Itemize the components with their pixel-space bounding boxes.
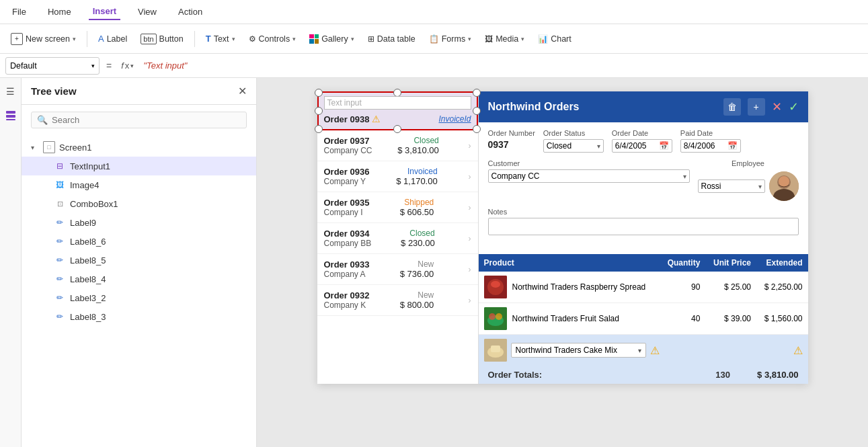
handle-tl[interactable] [315,89,323,97]
controls-icon: ⚙ [249,34,256,44]
handle-br[interactable] [473,125,481,133]
fields-row-1: Order Number 0937 Order Status Closed ▾ … [488,129,799,153]
forms-button[interactable]: 📋 Forms ▾ [424,32,477,46]
handle-ml[interactable] [315,107,323,115]
product-dropdown-select[interactable]: Northwind Traders Cake Mix ▾ [511,343,646,358]
order-row-0937[interactable]: Order 0937 Company CC Closed $ 3,810.00 … [317,130,478,161]
handle-bl[interactable] [315,125,323,133]
text-input-row[interactable]: Text input Order 0938 ⚠ InvoiceId [317,91,478,130]
order-row-0936[interactable]: Order 0936 Company Y Invoiced $ 1,170.00… [317,161,478,192]
order-row-0935[interactable]: Order 0935 Company I Shipped $ 606.50 › [317,192,478,223]
order-num-0935: Order 0935 [324,198,370,208]
controls-button[interactable]: ⚙ Controls ▾ [243,32,302,46]
formula-fx-button[interactable]: f x ▾ [118,60,136,71]
text-input-field[interactable]: Text input [324,96,471,110]
menu-insert[interactable]: Insert [89,3,120,20]
toolbar: + New screen ▾ A Label btn Button T Text… [0,24,868,54]
notes-group: Notes [488,208,799,242]
totals-qty: 130 [715,370,730,380]
customer-arrow: ▾ [683,173,686,180]
order-status-select-value: Closed [547,141,571,151]
order-status-select[interactable]: Closed ▾ [543,139,604,153]
gallery-button[interactable]: Gallery ▾ [304,32,360,46]
order-date-field[interactable]: 6/4/2005 📅 [612,139,672,153]
divider-2 [194,31,195,47]
confirm-button[interactable]: ✓ [789,99,799,114]
media-button[interactable]: 🖼 Media ▾ [479,32,530,46]
text-button[interactable]: T Text ▾ [200,31,241,46]
menu-view[interactable]: View [134,4,161,19]
svg-rect-1 [6,115,15,118]
search-input[interactable] [52,115,241,125]
order-date-icon: 📅 [659,141,669,151]
combobox1-label: ComboBox1 [70,199,118,209]
paid-date-field[interactable]: 8/4/2006 📅 [680,139,741,153]
notes-field[interactable] [488,218,799,235]
order-status-0934: Closed [409,229,434,238]
order-status-0933: New [418,259,434,269]
qty-col-header: Quantity [660,254,705,272]
handle-tr[interactable] [473,89,481,97]
detail-title: Northwind Orders [488,101,580,113]
tree-item-image4[interactable]: 🖼 Image4 [22,175,256,194]
order-right-0932: New $ 800.00 [400,290,434,310]
order-date-label: Order Date [612,129,672,137]
order-row-0934[interactable]: Order 0934 Company BB Closed $ 230.00 › [317,223,478,254]
delete-button[interactable]: 🗑 [723,98,741,116]
tree-item-label8-5[interactable]: ✏ Label8_5 [22,251,256,270]
order-right-0933: New $ 736.00 [400,259,434,279]
fx-label: f [121,60,124,71]
media-chevron: ▾ [521,36,524,42]
chart-button[interactable]: 📊 Chart [532,32,577,46]
controls-chevron: ▾ [292,36,296,42]
product-row-2: Northwind Traders Fruit Salad 40 $ 39.00… [479,303,808,335]
tree-item-screen1[interactable]: ▾ □ Screen1 [22,138,256,157]
new-screen-button[interactable]: + New screen ▾ [5,30,81,48]
handle-mr[interactable] [473,107,481,115]
tree-close-button[interactable]: ✕ [238,85,247,97]
label9-label: Label9 [70,218,96,228]
tree-item-label3-2[interactable]: ✏ Label3_2 [22,288,256,307]
menu-file[interactable]: File [8,4,30,19]
tree-item-label8-3[interactable]: ✏ Label8_3 [22,307,256,326]
order-row-0933[interactable]: Order 0933 Company A New $ 736.00 › [317,254,478,285]
customer-select[interactable]: Company CC ▾ [488,169,690,183]
order-amount-0935: $ 606.50 [400,207,434,217]
order-amount-0937: $ 3,810.00 [397,145,438,155]
tree-item-label8-4[interactable]: ✏ Label8_4 [22,270,256,288]
tree-item-label9[interactable]: ✏ Label9 [22,213,256,232]
order-num-0932: Order 0932 [324,290,370,300]
tree-item-combobox1[interactable]: ⊡ ComboBox1 [22,194,256,213]
menu-home[interactable]: Home [44,4,75,19]
employee-select[interactable]: Rossi ▾ [698,179,765,193]
label-button[interactable]: A Label [93,31,132,46]
products-table-header: Product Quantity Unit Price Extended [479,254,808,272]
add-button[interactable]: + [748,98,765,116]
handle-bc[interactable] [393,125,401,133]
order-number-group: Order Number 0937 [488,129,535,153]
tree-item-label8-6[interactable]: ✏ Label8_6 [22,232,256,251]
button-button[interactable]: btn Button [135,31,188,47]
sidebar-menu-icon[interactable]: ☰ [3,83,19,99]
invoice-link[interactable]: InvoiceId [438,114,471,124]
menu-action[interactable]: Action [174,4,206,19]
sidebar-icons: ☰ [0,78,22,447]
order-company-0937: Company CC [324,146,372,155]
data-table-button[interactable]: ⊞ Data table [362,32,421,46]
paid-date-group: Paid Date 8/4/2006 📅 [680,129,741,153]
label8-3-label: Label8_3 [70,312,106,322]
order-chevron-0932: › [468,296,471,305]
order-status-0937: Closed [413,136,438,145]
formula-dropdown[interactable]: Default ▾ [5,57,100,75]
orders-list: Text input Order 0938 ⚠ InvoiceId Order … [317,91,479,384]
label8-4-label: Label8_4 [70,274,106,284]
cancel-button[interactable]: ✕ [772,99,782,114]
sidebar-layers-icon[interactable] [3,108,19,124]
svg-point-9 [491,281,500,288]
svg-point-6 [779,176,789,187]
product-qty-1: 90 [660,272,705,303]
tree-item-textinput1[interactable]: ⊟ TextInput1 [22,157,256,175]
text-icon: T [206,34,211,44]
order-amount-0932: $ 800.00 [400,300,434,310]
order-row-0932[interactable]: Order 0932 Company K New $ 800.00 › [317,285,478,316]
